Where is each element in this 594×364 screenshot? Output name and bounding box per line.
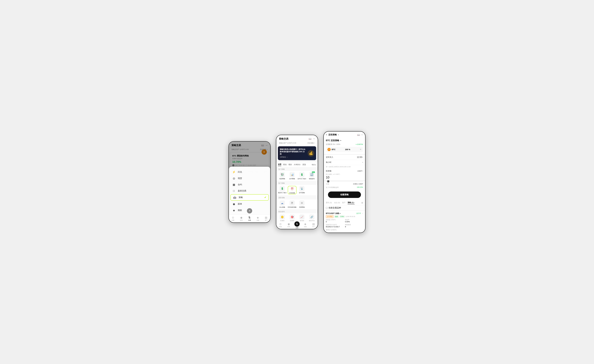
coin-close-btn[interactable]: ✕ [360, 148, 361, 151]
p2-tab-all[interactable]: 全部 [278, 163, 281, 166]
p2-tab-split[interactable]: 大单拆分 [294, 163, 301, 166]
menu-item-flash[interactable]: ⚡ 闪兑 [229, 169, 270, 175]
item-dip[interactable]: ⏰ 定投策略 [288, 186, 297, 194]
spot-grid-icon: 💱 [280, 172, 285, 177]
phone3-header: < 定投策略 ▾ 📖 ··· [324, 132, 365, 137]
item-spot-grid[interactable]: 💱 现货网格 [278, 172, 287, 180]
create-strategy-btn[interactable]: 创建策略 [328, 192, 361, 198]
menu-item-premarket[interactable]: □ 盘前交易 [229, 188, 270, 194]
contract-arrow[interactable]: > [339, 212, 340, 215]
twap-label: 时间加权策略 [288, 206, 297, 208]
item-contract-martin[interactable]: 💲 合约马丁格尔 [297, 172, 306, 180]
coin-left: ₿ BTC [327, 148, 336, 151]
discover-icon: ◉ [240, 216, 243, 219]
smart-arb-icon: 🔄New [309, 172, 314, 177]
p2-tab-down[interactable]: 看跌 [288, 163, 292, 166]
back-arrow[interactable]: < [326, 133, 327, 136]
menu-item-spot[interactable]: ◎ 现货 [229, 175, 270, 181]
menu-item-strategy[interactable]: 🤖 策略 ✔ [230, 194, 269, 201]
home-icon: ⊙ [232, 216, 234, 219]
slider-dot[interactable] [327, 180, 329, 182]
tag-long: 做多 [334, 215, 339, 218]
overlay-menu: ⚡ 闪兑 ◎ 现货 ▦ 合约 □ 盘前交易 🤖 策略 ✔ ◉ 跟单 ◈ 期权 [229, 167, 270, 215]
invest-unit[interactable]: USDT ▾ [358, 170, 363, 172]
p2-nav-home[interactable]: ⊙ 收藏 [276, 222, 285, 228]
create-btn-container: 创建策略 [324, 189, 365, 200]
p2-nav-discover-label: 发现 [287, 226, 290, 228]
phone2-history-link[interactable]: 历史策略 > [307, 142, 315, 144]
item-twap[interactable]: ⏱ 时间加权策略 [288, 200, 297, 208]
add-coin-btn[interactable]: ⊕ 新增币种 [356, 143, 363, 146]
p2-home-icon: ⊙ [279, 222, 282, 225]
nav-trade[interactable]: ⇅ 交易 [245, 216, 254, 221]
share-icon[interactable]: ↑ [362, 212, 363, 215]
popular-strategies-label: 热门策略 [276, 181, 318, 185]
item-infinite-grid[interactable]: ♾ 无限网格 [297, 200, 306, 208]
spot-label: 现货 [238, 177, 267, 180]
p3-strategy-title: BTC 定投策略 ✏ [326, 139, 363, 142]
invest-section: 投资额 USDT ▾ 投入金额（≥ 2 USDT） [324, 169, 365, 180]
p2-nav-trade[interactable]: ⇅ 交易 [293, 221, 301, 229]
dip-label: 定投策略 [289, 192, 295, 194]
assets-icon: ▤ [265, 216, 267, 219]
nav-discover[interactable]: ◉ 发现 [237, 216, 245, 221]
stats-grid: 总收益 (USDT) 0 收益率 0.00% 价格区间 (USDT) 65,84… [326, 219, 363, 228]
buy-time-select[interactable]: 12:00 ▾ [357, 156, 363, 159]
item-smart-arb[interactable]: 🔄New 智能套利 [307, 172, 316, 180]
edit-icon[interactable]: ✏ [340, 139, 341, 142]
item-iceberg[interactable]: 🗻 冰山策略 [278, 200, 287, 208]
item-signal[interactable]: 📡 信号策略 [297, 186, 306, 194]
phone3-book-icon[interactable]: 📖 [357, 133, 360, 136]
menu-item-contract[interactable]: ▦ 合约 [229, 181, 270, 188]
flash-label: 闪兑 [238, 171, 267, 173]
menu-item-follow[interactable]: ◉ 跟单 [229, 201, 270, 207]
promo-title: 策略交易员火热招募中！您可以从跟单者的盈利中获取最高 30% 分润 [280, 148, 306, 155]
item-spot-martin[interactable]: 💲 现货马丁格尔 [278, 186, 287, 194]
p2-nav-assets[interactable]: ▤ 资产 [309, 222, 318, 228]
frequency-select[interactable]: ▾ [362, 162, 363, 163]
nav-home[interactable]: ⊙ 收藏 [229, 216, 237, 221]
follow-label: 跟单 [238, 203, 267, 205]
contract-actions: 运行中 ↑ [356, 212, 363, 215]
p2-nav-finance[interactable]: ◈ 金融 [301, 222, 309, 228]
phone2-book-icon[interactable]: 📖 [309, 137, 311, 140]
premarket-icon: □ [232, 189, 236, 192]
coin-name: BTC [332, 148, 336, 151]
buy-time-row: 定时买入 12:00 ▾ [324, 155, 365, 160]
filter-icon[interactable]: ⊞ [361, 201, 363, 204]
item-contract-grid[interactable]: 📊 合约网格 [288, 172, 297, 180]
coin-save-icon: 🪙 [280, 214, 285, 220]
tab3-orders[interactable]: 委托 (0) [326, 201, 332, 204]
contract-header: BTCUSDT 永续 > 运行中 ↑ [326, 212, 363, 215]
current-coin-checkbox[interactable] [326, 207, 328, 209]
contract-grid-icon: 📊 [290, 172, 295, 177]
p2-trade-icon: ⇅ [294, 221, 300, 227]
nav-assets[interactable]: ▤ 资产 [262, 216, 270, 221]
p2-tab-collapse[interactable]: 收起 ▴ [312, 164, 316, 166]
unit-chevron: ▾ [362, 170, 363, 172]
phone-2: 策略交易 📖 ··· 策略总资产 (USDT) 0.00 历史策略 > 策略交易… [276, 135, 318, 229]
tab3-strategies[interactable]: 策略 (1) ▾ [348, 201, 355, 204]
p2-tab-wave[interactable]: 震荡 [302, 163, 306, 166]
signal-icon: 📡 [299, 186, 304, 191]
phone2-asset-label: 策略总资产 (USDT) 0.00 [279, 142, 296, 144]
promo-link[interactable]: 立即前往 → [280, 156, 314, 158]
tab3-assets[interactable]: 资产 [342, 201, 345, 204]
phone3-more-icon[interactable]: ··· [361, 133, 363, 136]
frequency-label: 每小时 [326, 161, 331, 164]
freq-chevron: ▾ [362, 162, 363, 163]
time-chevron: ▾ [362, 156, 363, 158]
popular-section-label: 热门策略 [276, 167, 318, 171]
tab3-positions[interactable]: 仓位 (0) [334, 201, 340, 204]
more-stat-label: 套利计 (USDT) [326, 229, 363, 231]
close-fab[interactable]: ✕ [247, 208, 252, 213]
nav-finance[interactable]: ◈ 金融 [254, 216, 262, 221]
avail-label: 可用 [326, 183, 329, 185]
invest-header: 投资额 USDT ▾ [324, 169, 365, 173]
p2-tab-up[interactable]: 看涨 [283, 163, 287, 166]
phone2-more-icon[interactable]: ··· [313, 137, 315, 140]
p2-nav-discover[interactable]: ◉ 发现 [285, 222, 293, 228]
p2-assets-icon: ▤ [312, 222, 315, 225]
current-coin-row: 当前交易品种 [324, 205, 365, 211]
invest-input[interactable] [326, 176, 363, 179]
